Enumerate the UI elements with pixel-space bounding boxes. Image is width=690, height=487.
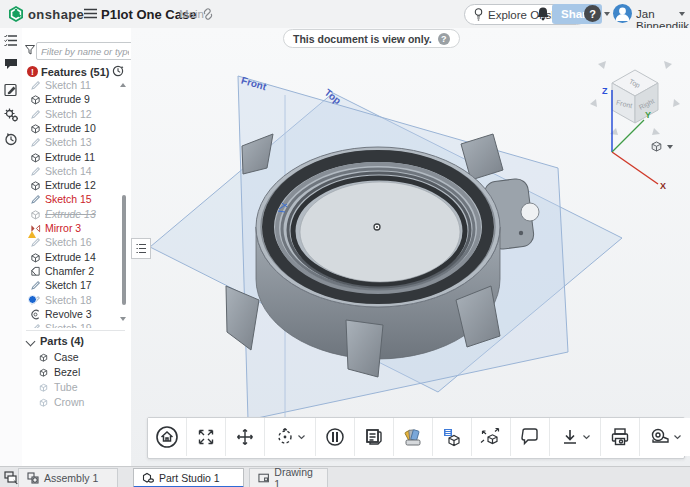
- parts-header[interactable]: Parts (4): [40, 335, 84, 347]
- tab-assembly[interactable]: Assembly 1: [18, 468, 118, 487]
- feature-list-panel-icon[interactable]: [4, 34, 18, 47]
- measure-button[interactable]: [640, 418, 690, 456]
- origin-point[interactable]: [374, 224, 380, 230]
- feature-item[interactable]: Revolve 3: [30, 307, 122, 321]
- feature-list: Sketch 11 Extrude 9 Sketch 12 Extrude 10…: [22, 78, 122, 328]
- view-options-button[interactable]: [650, 140, 673, 153]
- feature-label: Extrude 13: [45, 208, 96, 220]
- zoom-to-fit-button[interactable]: [187, 418, 226, 456]
- feature-item[interactable]: Sketch 12: [30, 107, 122, 121]
- tab-manager-icon[interactable]: [4, 471, 19, 485]
- document-menu-icon[interactable]: [84, 8, 97, 19]
- help-caret-icon[interactable]: [604, 12, 610, 16]
- lightbulb-icon: [474, 8, 483, 21]
- feature-item[interactable]: Extrude 14: [30, 250, 122, 264]
- feature-item[interactable]: Sketch 13: [30, 135, 122, 149]
- tab-label: Assembly 1: [44, 472, 98, 484]
- part-label: Bezel: [54, 366, 80, 378]
- exploded-view-button[interactable]: [472, 418, 511, 456]
- avatar[interactable]: [613, 4, 632, 23]
- appearance-button[interactable]: [394, 418, 433, 456]
- features-header[interactable]: Features (51): [41, 66, 109, 78]
- warning-triangle-icon: [28, 231, 36, 238]
- comments-panel-icon[interactable]: [4, 58, 18, 70]
- feature-list-scrollbar[interactable]: [122, 195, 126, 305]
- feature-label: Sketch 19: [45, 322, 92, 328]
- onshape-logo-text[interactable]: onshape: [28, 7, 84, 22]
- feature-label: Chamfer 2: [45, 265, 94, 277]
- cube-icon: [650, 140, 663, 153]
- user-menu-caret-icon[interactable]: [679, 12, 685, 16]
- feature-label: Sketch 11: [45, 79, 91, 91]
- feature-item[interactable]: Sketch 18: [30, 293, 122, 307]
- part-item[interactable]: Tube: [38, 380, 78, 394]
- rotate-arrow-icon: [598, 61, 606, 69]
- notes-panel-icon[interactable]: [4, 83, 18, 97]
- feature-label: Revolve 3: [45, 308, 92, 320]
- tab-drawing[interactable]: Drawing 1: [249, 468, 328, 487]
- parts-collapse-chevron-icon[interactable]: [26, 337, 36, 347]
- view-home-button[interactable]: [148, 418, 187, 456]
- sketch-blue-dot: [28, 295, 37, 304]
- scroll-up-arrow[interactable]: [120, 83, 126, 87]
- part-item[interactable]: Bezel: [38, 365, 80, 379]
- part-item[interactable]: Crown: [38, 395, 84, 409]
- feature-item[interactable]: Extrude 11: [30, 150, 122, 164]
- feature-item[interactable]: Mirror 3: [30, 221, 122, 235]
- named-views-button[interactable]: [355, 418, 394, 456]
- feature-list-toggle[interactable]: [131, 238, 151, 259]
- feature-item[interactable]: Extrude 12: [30, 178, 122, 192]
- rotate-button[interactable]: [265, 418, 316, 456]
- print-button[interactable]: [601, 418, 640, 456]
- feature-item[interactable]: Sketch 16: [30, 235, 122, 249]
- list-icon: [136, 243, 147, 254]
- feature-label: Sketch 15: [45, 193, 92, 205]
- feature-filter-input[interactable]: [36, 42, 134, 60]
- tab-label: Drawing 1: [274, 466, 319, 487]
- configurations-panel-icon[interactable]: [4, 108, 19, 122]
- rotate-arrow-icon: [590, 99, 597, 107]
- rotate-arrow-icon: [652, 128, 660, 135]
- feature-item[interactable]: Sketch 19: [30, 321, 122, 328]
- view-only-banner: This document is view only. ?: [283, 29, 460, 48]
- feature-label: Sketch 14: [45, 165, 92, 177]
- tab-label: Part Studio 1: [159, 472, 220, 484]
- view-cube[interactable]: Top Front Right Z X Y: [586, 56, 686, 196]
- part-item[interactable]: Case: [38, 350, 79, 364]
- workspace-name[interactable]: Main: [179, 8, 204, 20]
- feature-label: Sketch 12: [45, 108, 92, 120]
- feature-label: Sketch 13: [45, 136, 92, 148]
- feature-item[interactable]: Extrude 9: [30, 92, 122, 106]
- feature-item[interactable]: Sketch 11: [30, 78, 122, 92]
- onshape-logo-icon[interactable]: [7, 5, 25, 23]
- axis-x-label: X: [660, 181, 666, 191]
- feature-item[interactable]: Sketch 17: [30, 278, 122, 292]
- export-button[interactable]: [550, 418, 601, 456]
- rollback-history-icon[interactable]: [112, 65, 124, 77]
- user-icon: [613, 4, 632, 23]
- watch-lug[interactable]: [346, 320, 383, 377]
- filter-icon: [25, 45, 35, 55]
- branch-link-icon[interactable]: [202, 8, 214, 20]
- comment-button[interactable]: [511, 418, 550, 456]
- section-view-button[interactable]: [316, 418, 355, 456]
- rotate-arrow-icon: [664, 61, 672, 69]
- feature-item[interactable]: Sketch 15: [30, 192, 122, 206]
- pan-button[interactable]: [226, 418, 265, 456]
- feature-item[interactable]: Sketch 14: [30, 164, 122, 178]
- feature-item[interactable]: Extrude 13: [30, 207, 122, 221]
- hide-show-button[interactable]: [433, 418, 472, 456]
- help-label: ?: [589, 8, 596, 20]
- help-button[interactable]: ?: [584, 5, 601, 22]
- feature-item[interactable]: Extrude 10: [30, 121, 122, 135]
- assembly-tab-icon: [27, 472, 39, 484]
- versions-history-panel-icon[interactable]: [4, 132, 18, 146]
- parts-divider: [26, 330, 125, 331]
- feature-item[interactable]: Chamfer 2: [30, 264, 122, 278]
- axis-y-label: Y: [645, 110, 651, 120]
- notifications-bell-icon[interactable]: [536, 6, 550, 21]
- scroll-down-arrow[interactable]: [120, 317, 126, 321]
- tab-part-studio[interactable]: Part Studio 1: [133, 468, 244, 487]
- banner-help-icon[interactable]: ?: [438, 33, 450, 45]
- onshape-window: onshape P1lot One Case Main Explore Onsh…: [0, 0, 690, 487]
